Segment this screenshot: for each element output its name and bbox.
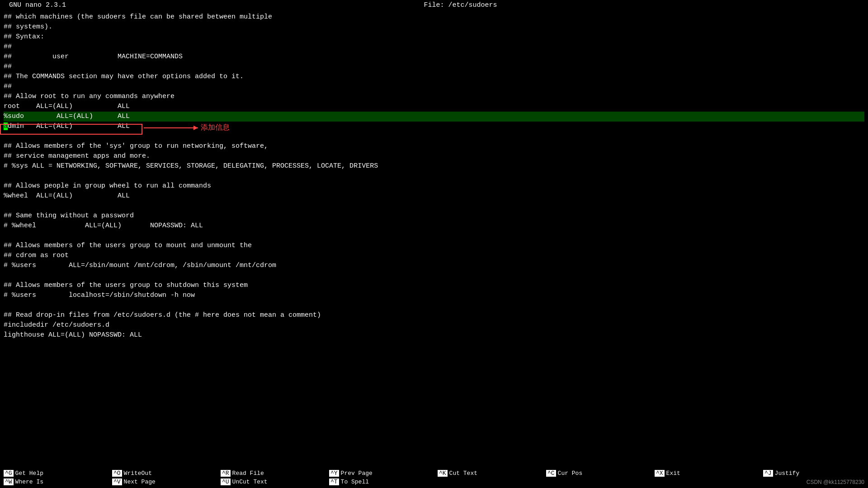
footer-item: ^JJustify — [760, 469, 868, 478]
editor-line: lighthouse ALL=(ALL) NOPASSWD: ALL — [4, 330, 864, 340]
footer-label: WriteOut — [124, 470, 152, 477]
footer-item: ^KCut Text — [434, 469, 542, 478]
editor-line — [4, 171, 864, 181]
footer-label: Exit — [666, 470, 680, 477]
header-right — [855, 1, 859, 9]
editor-line: # %users ALL=/sbin/mount /mnt/cdrom, /sb… — [4, 261, 864, 271]
watermark: CSDN @kk1125778230 — [807, 479, 864, 485]
footer-item: ^GGet Help — [0, 469, 108, 478]
footer-key[interactable]: ^W — [4, 479, 14, 485]
editor-line — [4, 271, 864, 281]
footer-key[interactable]: ^J — [763, 470, 773, 477]
editor-line: # %sys ALL = NETWORKING, SOFTWARE, SERVI… — [4, 161, 864, 171]
title-bar: GNU nano 2.3.1 File: /etc/sudoers — [0, 0, 868, 10]
editor-line: ## Syntax: — [4, 32, 864, 42]
editor-line: ## Allows members of the users group to … — [4, 241, 864, 251]
editor-line: ## Read drop-in files from /etc/sudoers.… — [4, 310, 864, 320]
footer-item: ^VNext Page — [108, 478, 217, 486]
editor-line: ## Allow root to run any commands anywhe… — [4, 92, 864, 102]
footer-item: ^XExit — [651, 469, 760, 478]
footer-label: Get Help — [15, 470, 43, 477]
editor-line: ## Same thing without a password — [4, 211, 864, 221]
editor-line — [4, 300, 864, 310]
footer-label: To Spell — [341, 479, 369, 485]
footer-item: ^UUnCut Text — [217, 478, 326, 486]
editor-line: ## — [4, 42, 864, 52]
footer-item: ^RRead File — [217, 469, 326, 478]
editor-line: ## Allows members of the users group to … — [4, 281, 864, 291]
footer-label: UnCut Text — [232, 479, 268, 485]
footer-item: ^OWriteOut — [108, 469, 217, 478]
footer-label: Cut Text — [449, 470, 477, 477]
footer-item: ^WWhere Is — [0, 478, 108, 486]
footer-label: Read File — [232, 470, 264, 477]
editor-line: ## The COMMANDS section may have other o… — [4, 72, 864, 82]
editor-line: ## cdrom as root — [4, 251, 864, 261]
footer-key[interactable]: ^K — [438, 470, 448, 477]
footer-item: ^TTo Spell — [326, 478, 434, 486]
editor-line: ## which machines (the sudoers file can … — [4, 12, 864, 22]
editor-line: %sudo ALL=(ALL) ALL — [4, 112, 864, 122]
footer-item: ^YPrev Page — [326, 469, 434, 478]
footer-label: Where Is — [15, 479, 43, 485]
editor-line — [4, 131, 864, 141]
footer-label: Next Page — [124, 479, 156, 485]
editor-line: ## systems). — [4, 22, 864, 32]
editor-line: root ALL=(ALL) ALL — [4, 102, 864, 112]
editor-line: ## Allows members of the 'sys' group to … — [4, 141, 864, 151]
app-title: GNU nano 2.3.1 — [9, 1, 66, 9]
footer-key[interactable]: ^R — [221, 470, 231, 477]
editor-line: # %users localhost=/sbin/shutdown -h now — [4, 291, 864, 300]
footer-item: ^CCur Pos — [542, 469, 651, 478]
editor-line: ## — [4, 62, 864, 72]
footer-key[interactable]: ^O — [112, 470, 122, 477]
editor-line — [4, 201, 864, 211]
footer-key[interactable]: ^G — [4, 470, 14, 477]
footer-key[interactable]: ^X — [655, 470, 665, 477]
editor-line: #includedir /etc/sudoers.d — [4, 320, 864, 330]
editor-line: admin ALL=(ALL) ALL — [4, 122, 864, 131]
footer-key[interactable]: ^C — [546, 470, 556, 477]
editor-line: ## service management apps and more. — [4, 151, 864, 161]
editor-line: ## — [4, 82, 864, 92]
footer-bar: ^GGet Help^OWriteOut^RRead File^YPrev Pa… — [0, 467, 868, 488]
footer-key[interactable]: ^Y — [329, 470, 339, 477]
file-title: File: /etc/sudoers — [424, 1, 497, 9]
footer-label: Prev Page — [341, 470, 373, 477]
footer-key[interactable]: ^V — [112, 479, 122, 485]
editor-content[interactable]: ## which machines (the sudoers file can … — [0, 10, 868, 342]
editor-line — [4, 231, 864, 241]
editor-line: ## user MACHINE=COMMANDS — [4, 52, 864, 62]
footer-key[interactable]: ^T — [329, 479, 339, 485]
editor-line: # %wheel ALL=(ALL) NOPASSWD: ALL — [4, 221, 864, 231]
editor-line: %wheel ALL=(ALL) ALL — [4, 191, 864, 201]
footer-label: Justify — [775, 470, 800, 477]
editor-line: ## Allows people in group wheel to run a… — [4, 181, 864, 191]
footer-label: Cur Pos — [558, 470, 583, 477]
footer-key[interactable]: ^U — [221, 479, 231, 485]
